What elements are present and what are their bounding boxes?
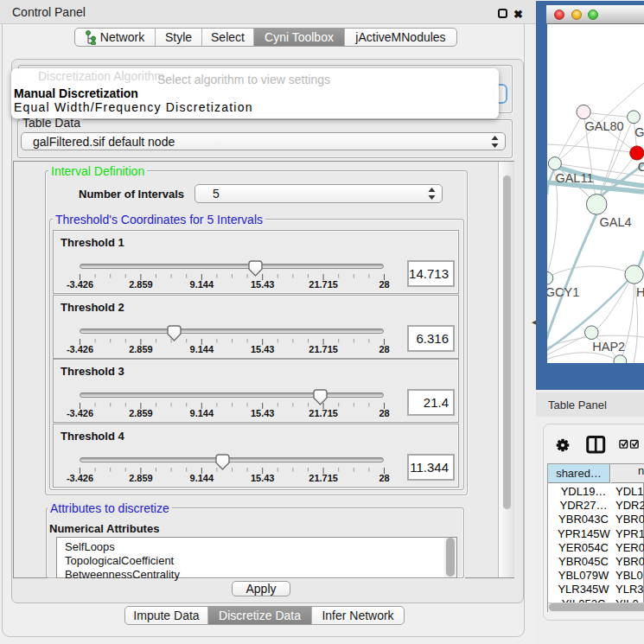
svg-text:GAL11: GAL11: [555, 171, 593, 185]
svg-text:G.: G.: [634, 125, 644, 139]
svg-text:C: C: [638, 160, 644, 174]
svg-text:HAP2: HAP2: [592, 340, 625, 354]
svg-text:GAL4: GAL4: [600, 215, 632, 229]
svg-text:GAL80: GAL80: [585, 119, 624, 133]
svg-text:H: H: [636, 285, 644, 299]
svg-text:GCY1: GCY1: [547, 285, 579, 299]
